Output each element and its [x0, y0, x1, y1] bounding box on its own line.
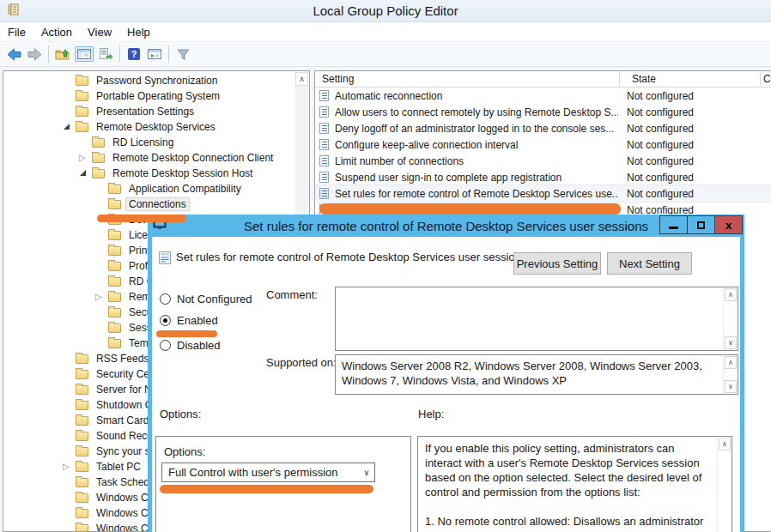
- menu-action[interactable]: Action: [33, 24, 80, 40]
- toolbar-separator: [119, 45, 120, 63]
- tree-item-label: Portable Operating System: [94, 90, 222, 102]
- scroll-up-icon[interactable]: ∧: [725, 288, 737, 301]
- close-button[interactable]: x: [714, 215, 743, 234]
- setting-icon: [319, 90, 329, 101]
- help-icon[interactable]: ?: [124, 44, 144, 64]
- show-console-tree-icon[interactable]: [75, 46, 94, 62]
- folder-icon: [76, 354, 88, 364]
- setting-row[interactable]: Deny logoff of an administrator logged i…: [315, 120, 771, 136]
- setting-row[interactable]: Suspend user sign-in to complete app reg…: [315, 169, 771, 185]
- menu-view[interactable]: View: [80, 24, 119, 40]
- next-setting-button[interactable]: Next Setting: [607, 252, 692, 275]
- column-header-setting[interactable]: Setting: [322, 73, 354, 85]
- forward-arrow-icon[interactable]: [24, 44, 45, 64]
- tree-item[interactable]: Remote Desktop Session Host: [75, 166, 295, 181]
- setting-state: Not configured: [627, 106, 694, 118]
- tree-item[interactable]: Remote Desktop Services: [58, 119, 295, 135]
- folder-icon: [108, 231, 121, 240]
- column-header-comment[interactable]: Comment: [763, 73, 771, 85]
- setting-icon: [319, 172, 329, 183]
- setting-name: Deny logoff of an administrator logged i…: [335, 123, 618, 135]
- tree-item[interactable]: RD Licensing: [75, 135, 295, 150]
- tree-arrow-spacer: [58, 522, 76, 532]
- up-one-level-folder-icon[interactable]: [52, 44, 73, 64]
- tree-item[interactable]: ▷Remote Desktop Connection Client: [75, 150, 295, 166]
- tree-arrow-spacer: [58, 506, 76, 520]
- chevron-down-icon: ∨: [359, 468, 374, 477]
- radio-not-configured[interactable]: Not Configured: [160, 292, 252, 305]
- tree-arrow-spacer: [58, 383, 76, 396]
- folder-icon: [76, 478, 88, 487]
- collapsed-arrow-icon[interactable]: ▷: [91, 290, 108, 304]
- tree-item[interactable]: Connections: [91, 196, 295, 212]
- scroll-up-icon[interactable]: ∧: [295, 72, 308, 86]
- menu-help[interactable]: Help: [119, 24, 158, 40]
- radio-icon-selected[interactable]: [160, 315, 171, 326]
- folder-icon: [76, 432, 88, 441]
- tree-item-label: Remote Desktop Services: [94, 121, 218, 133]
- column-divider[interactable]: [619, 72, 620, 86]
- tree-arrow-spacer: [58, 475, 76, 489]
- scroll-up-icon[interactable]: ∧: [725, 356, 737, 369]
- setting-row[interactable]: Set rules for remote control of Remote D…: [315, 185, 771, 202]
- options-section-label: Options:: [160, 408, 201, 420]
- scroll-down-icon[interactable]: ∨: [725, 380, 737, 393]
- setting-name: Limit number of connections: [335, 155, 618, 167]
- setting-row[interactable]: Limit number of connectionsNot configure…: [315, 153, 771, 169]
- tree-item[interactable]: Presentation Settings: [58, 104, 295, 119]
- tree-arrow-spacer: [58, 352, 76, 366]
- tree-arrow-spacer: [91, 275, 108, 288]
- setting-name: Set rules for remote control of Remote D…: [335, 188, 618, 200]
- comment-scrollbar[interactable]: ∧ ∨: [723, 288, 737, 349]
- show-properties-window-icon[interactable]: [144, 44, 165, 64]
- list-rows: Automatic reconnectionNot configuredAllo…: [315, 88, 771, 218]
- expanded-arrow-icon[interactable]: [75, 166, 92, 180]
- collapsed-arrow-icon[interactable]: ▷: [75, 151, 92, 165]
- maximize-button[interactable]: [687, 215, 715, 234]
- radio-enabled[interactable]: Enabled: [160, 313, 218, 327]
- folder-icon: [108, 339, 121, 348]
- folder-icon: [92, 154, 105, 163]
- help-panel: If you enable this policy setting, admin…: [417, 436, 732, 532]
- previous-setting-button[interactable]: Previous Setting: [513, 252, 601, 275]
- tree-arrow-spacer: [58, 105, 76, 118]
- column-divider[interactable]: [760, 72, 761, 86]
- back-arrow-icon[interactable]: [3, 44, 24, 64]
- expanded-arrow-icon[interactable]: [58, 120, 76, 134]
- setting-row[interactable]: Allow users to connect remotely by using…: [315, 104, 771, 120]
- column-header-state[interactable]: State: [632, 73, 656, 85]
- help-scrollbar[interactable]: ∧ ∨: [717, 438, 731, 532]
- tree-arrow-spacer: [58, 429, 76, 443]
- export-list-icon[interactable]: [95, 44, 116, 64]
- filter-icon[interactable]: [173, 44, 193, 64]
- tree-arrow-spacer: [91, 259, 108, 273]
- collapsed-arrow-icon[interactable]: ▷: [58, 460, 76, 474]
- supported-scrollbar[interactable]: ∧ ∨: [723, 356, 737, 393]
- supported-on-text: Windows Server 2008 R2, Windows Server 2…: [336, 355, 738, 391]
- comment-textarea[interactable]: ∧ ∨: [335, 287, 738, 351]
- tree-item-label: RSS Feeds: [94, 353, 151, 365]
- radio-disabled[interactable]: Disabled: [160, 338, 221, 352]
- remote-control-level-dropdown[interactable]: Full Control with user's permission ∨: [161, 462, 375, 482]
- tree-item[interactable]: Portable Operating System: [58, 88, 295, 104]
- window-title: Local Group Policy Editor: [0, 3, 771, 18]
- tree-item[interactable]: Application Compatibility: [91, 181, 295, 196]
- folder-icon: [108, 293, 121, 302]
- tree-arrow-spacer: [58, 491, 76, 505]
- setting-name: Suspend user sign-in to complete app reg…: [335, 172, 618, 184]
- menu-file[interactable]: File: [0, 24, 33, 40]
- setting-row[interactable]: Configure keep-alive connection interval…: [315, 136, 771, 153]
- menu-bar: File Action View Help: [0, 22, 771, 41]
- minimize-button[interactable]: [659, 215, 688, 234]
- tree-item-label: Smart Card: [94, 414, 151, 426]
- radio-icon[interactable]: [160, 293, 171, 305]
- tree-item[interactable]: Password Synchronization: [58, 73, 295, 88]
- folder-icon: [76, 107, 88, 117]
- tree-arrow-spacer: [91, 228, 108, 242]
- setting-row[interactable]: Automatic reconnectionNot configured: [315, 88, 771, 104]
- supported-on-box: Windows Server 2008 R2, Windows Server 2…: [335, 354, 738, 395]
- radio-icon[interactable]: [160, 340, 171, 351]
- scroll-up-icon[interactable]: ∧: [719, 438, 731, 450]
- list-header: Setting State Comment: [315, 71, 771, 88]
- scroll-down-icon[interactable]: ∨: [725, 336, 737, 349]
